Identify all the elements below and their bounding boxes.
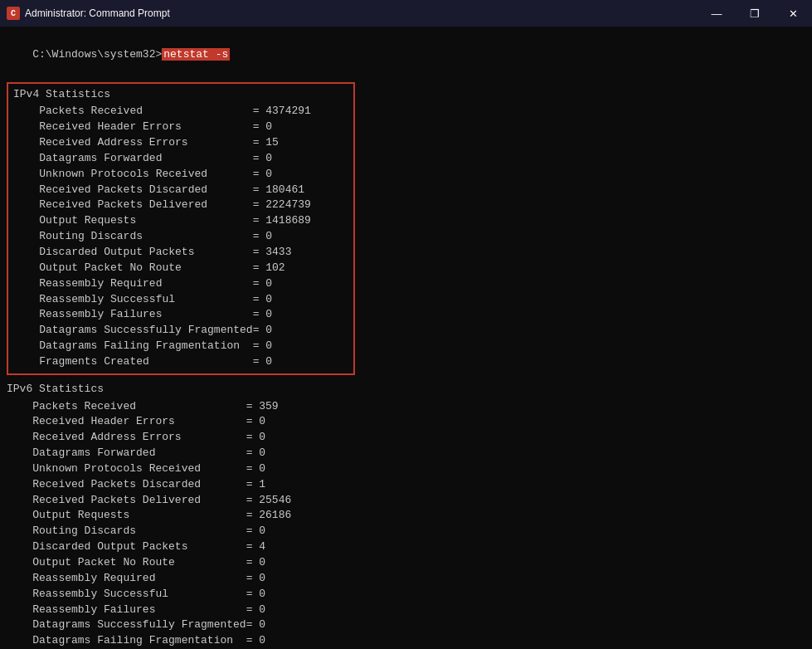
table-row: Received Packets Delivered = 25546: [7, 493, 805, 509]
ipv6-header: IPv6 Statistics: [7, 382, 805, 398]
table-row: Reassembly Successful = 0: [13, 292, 348, 308]
table-row: Discarded Output Packets = 3433: [13, 245, 348, 261]
command-text: netstat -s: [162, 48, 230, 61]
table-row: Received Address Errors = 0: [7, 430, 805, 446]
table-row: Received Address Errors = 15: [13, 135, 348, 151]
table-row: Received Packets Discarded = 180461: [13, 183, 348, 198]
table-row: Routing Discards = 0: [13, 229, 348, 245]
window-title: Administrator: Command Prompt: [25, 7, 170, 19]
ipv4-header: IPv4 Statistics: [13, 87, 348, 103]
table-row: Received Packets Discarded = 1: [7, 477, 805, 493]
ipv6-section: IPv6 Statistics Packets Received = 359 R…: [7, 382, 805, 649]
table-row: Unknown Protocols Received = 0: [7, 461, 805, 477]
table-row: Datagrams Failing Fragmentation = 0: [7, 633, 805, 649]
table-row: Routing Discards = 0: [7, 524, 805, 539]
table-row: Datagrams Failing Fragmentation = 0: [13, 339, 348, 354]
table-row: Datagrams Forwarded = 0: [13, 151, 348, 167]
table-row: Received Header Errors = 0: [13, 120, 348, 135]
window-controls[interactable]: — ❐ ✕: [698, 0, 812, 27]
table-row: Received Header Errors = 0: [7, 414, 805, 430]
table-row: Reassembly Failures = 0: [13, 307, 348, 323]
table-row: Output Packet No Route = 0: [7, 555, 805, 571]
app-icon: C: [7, 7, 20, 20]
ipv4-stats: Packets Received = 4374291 Received Head…: [13, 104, 348, 369]
titlebar-left: C Administrator: Command Prompt: [7, 7, 170, 20]
close-button[interactable]: ✕: [774, 0, 812, 27]
table-row: Reassembly Successful = 0: [7, 587, 805, 603]
table-row: Packets Received = 4374291: [13, 104, 348, 120]
ipv6-stats: Packets Received = 359 Received Header E…: [7, 399, 805, 649]
minimize-button[interactable]: —: [698, 0, 736, 27]
table-row: Packets Received = 359: [7, 399, 805, 415]
table-row: Received Packets Delivered = 2224739: [13, 198, 348, 213]
titlebar: C Administrator: Command Prompt — ❐ ✕: [0, 0, 812, 27]
table-row: Output Packet No Route = 102: [13, 261, 348, 276]
table-row: Discarded Output Packets = 4: [7, 539, 805, 555]
table-row: Reassembly Failures = 0: [7, 603, 805, 618]
table-row: Fragments Created = 0: [13, 354, 348, 370]
prompt-text: C:\Windows\system32>: [32, 48, 162, 61]
terminal-window[interactable]: C:\Windows\system32>netstat -s IPv4 Stat…: [0, 27, 812, 649]
table-row: Reassembly Required = 0: [13, 276, 348, 292]
table-row: Unknown Protocols Received = 0: [13, 167, 348, 183]
table-row: Output Requests = 26186: [7, 508, 805, 524]
table-row: Output Requests = 1418689: [13, 213, 348, 229]
table-row: Datagrams Forwarded = 0: [7, 446, 805, 461]
table-row: Datagrams Successfully Fragmented= 0: [13, 323, 348, 339]
prompt-line: C:\Windows\system32>netstat -s: [7, 32, 805, 79]
table-row: Datagrams Successfully Fragmented= 0: [7, 617, 805, 633]
table-row: Reassembly Required = 0: [7, 571, 805, 587]
maximize-button[interactable]: ❐: [736, 0, 774, 27]
ipv4-section-box: IPv4 Statistics Packets Received = 43742…: [7, 82, 355, 375]
